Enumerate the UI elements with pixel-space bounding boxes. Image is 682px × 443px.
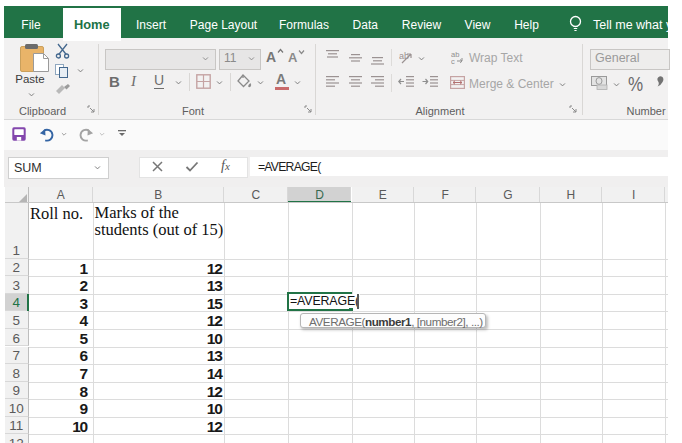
svg-text:ab: ab bbox=[399, 51, 409, 61]
svg-text:c: c bbox=[451, 57, 455, 65]
